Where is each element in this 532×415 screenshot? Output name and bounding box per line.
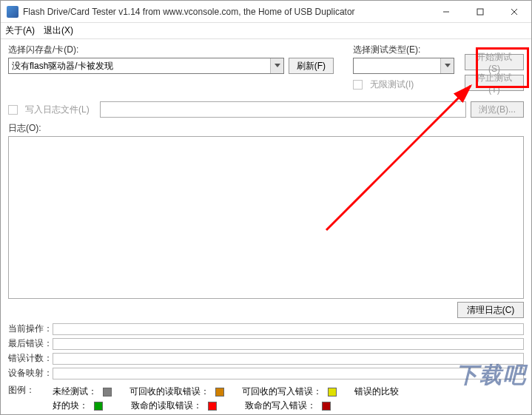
app-icon <box>7 6 18 18</box>
error-count-value <box>53 353 524 365</box>
log-label: 日志(O): <box>8 122 524 135</box>
infinite-test-checkbox[interactable] <box>353 80 363 90</box>
legend-fwrite-label: 致命的写入错误： <box>245 399 316 412</box>
test-type-label: 选择测试类型(E): <box>353 44 454 56</box>
window-title: Flash Drive/Card Tester v1.14 from www.v… <box>23 7 429 17</box>
disk-select[interactable]: 没有flash驱动器/卡被发现 <box>8 58 284 74</box>
swatch-fwrite <box>322 402 331 411</box>
legend-rwrite-label: 可回收的写入错误： <box>242 385 322 398</box>
legend-title: 图例： <box>8 384 53 412</box>
svg-rect-1 <box>477 9 483 15</box>
window-controls <box>429 1 531 23</box>
browse-button[interactable]: 浏览(B)... <box>471 101 524 118</box>
minimize-icon <box>442 8 450 16</box>
logfile-label: 写入日志文件(L) <box>25 104 95 116</box>
close-icon <box>511 8 518 16</box>
main-content: 选择闪存盘/卡(D): 没有flash驱动器/卡被发现 刷新(F) 选择测试类型… <box>1 39 531 415</box>
logfile-checkbox[interactable] <box>8 105 18 115</box>
menu-about[interactable]: 关于(A) <box>5 24 35 37</box>
device-map-value <box>53 368 524 379</box>
status-grid: 当前操作： 最后错误： 错误计数： 设备映射： <box>8 323 524 379</box>
test-type-select[interactable] <box>353 58 454 74</box>
legend-fread-label: 致命的读取错误： <box>131 399 202 412</box>
minimize-button[interactable] <box>429 1 463 23</box>
current-op-value <box>53 323 524 335</box>
menu-bar: 关于(A) 退出(X) <box>1 23 531 39</box>
start-test-button[interactable]: 开始测试(S) <box>465 54 524 70</box>
stop-test-button[interactable]: 停止测试(T) <box>465 75 524 91</box>
chevron-down-icon <box>440 58 454 73</box>
close-button[interactable] <box>497 1 531 23</box>
chevron-down-icon <box>270 58 283 73</box>
legend-rread-label: 可回收的读取错误： <box>129 385 209 398</box>
log-textarea[interactable] <box>8 136 524 299</box>
disk-select-label: 选择闪存盘/卡(D): <box>8 44 334 56</box>
legend-good-label: 好的块： <box>53 399 88 412</box>
menu-exit[interactable]: 退出(X) <box>44 24 73 37</box>
legend-untested-label: 未经测试： <box>53 385 97 398</box>
legend-compare-label: 错误的比较 <box>354 385 399 398</box>
watermark: 下载吧 <box>456 360 527 391</box>
refresh-button[interactable]: 刷新(F) <box>289 58 334 74</box>
swatch-untested <box>103 388 112 397</box>
device-map-label: 设备映射： <box>8 367 53 379</box>
maximize-icon <box>477 8 484 16</box>
infinite-test-label: 无限测试(I) <box>370 78 414 91</box>
last-error-value <box>53 338 524 350</box>
swatch-rread <box>215 388 224 397</box>
clear-log-button[interactable]: 清理日志(C) <box>457 302 524 318</box>
title-bar: Flash Drive/Card Tester v1.14 from www.v… <box>1 1 531 23</box>
disk-select-value: 没有flash驱动器/卡被发现 <box>12 60 113 72</box>
swatch-rwrite <box>328 388 337 397</box>
legend-row-1: 未经测试： 可回收的读取错误： 可回收的写入错误： 错误的比较 <box>53 385 524 398</box>
swatch-good <box>94 402 103 411</box>
logfile-path-input[interactable] <box>100 101 466 118</box>
current-op-label: 当前操作： <box>8 323 53 335</box>
maximize-button[interactable] <box>463 1 497 23</box>
last-error-label: 最后错误： <box>8 337 53 350</box>
legend-row-2: 好的块： 致命的读取错误： 致命的写入错误： <box>53 399 524 412</box>
swatch-fread <box>208 402 217 411</box>
error-count-label: 错误计数： <box>8 352 53 365</box>
